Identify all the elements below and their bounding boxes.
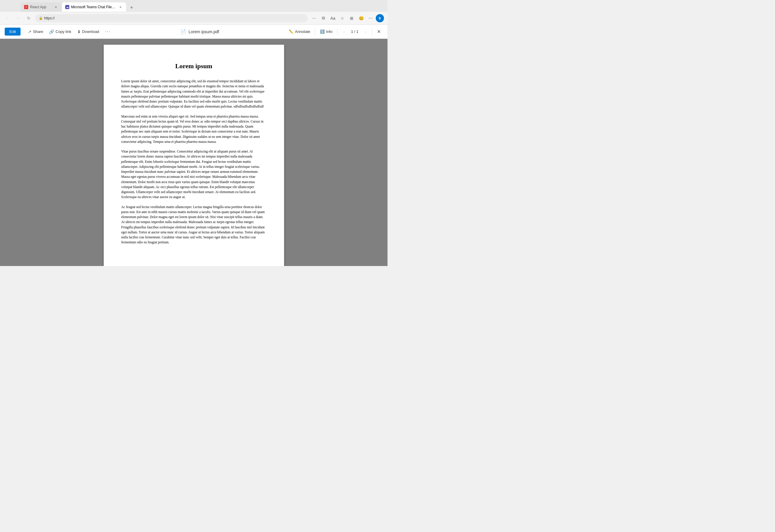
share-icon: ↗	[28, 29, 31, 34]
pdf-filename: Lorem ipsum.pdf	[189, 29, 219, 34]
pdf-toolbar-right: ✏️ Annotate ℹ️ Info ‹ 1 / 1 › ✕	[286, 28, 383, 36]
refresh-button[interactable]: ↻	[25, 14, 33, 22]
pdf-paragraph-2: Maecenas sed enim ut sem viverra aliquet…	[121, 114, 266, 145]
info-label: Info	[326, 29, 332, 34]
share-button[interactable]: ↗ Share	[26, 28, 46, 36]
info-button[interactable]: ℹ️ Info	[317, 28, 335, 36]
edit-button[interactable]: Edit	[5, 28, 21, 36]
info-icon: ℹ️	[320, 29, 324, 34]
close-viewer-button[interactable]: ✕	[374, 28, 383, 36]
pdf-title-area: 📄 Lorem ipsum.pdf	[114, 29, 285, 34]
pdf-paragraph-3: Vitae purus faucibus ornare suspendisse.…	[121, 149, 266, 200]
share-label: Share	[33, 29, 43, 34]
tab-react-label: React App	[30, 5, 52, 9]
copy-link-label: Copy link	[56, 29, 71, 34]
page-indicator: 1 / 1	[349, 29, 360, 34]
back-button[interactable]: ←	[4, 14, 12, 22]
browser-toolbar-right: ⋯ ⧉ Aa ☆ ⊞ 😊 ⋯ b	[310, 14, 384, 22]
annotate-icon: ✏️	[289, 29, 293, 34]
pdf-paragraph-4: Ac feugiat sed lectus vestibulum mattis …	[121, 204, 266, 245]
page-navigation: ‹ 1 / 1 ›	[340, 28, 369, 36]
divider-3	[337, 28, 337, 35]
tab-teams-label: Microsoft Teams Chat Files - C...	[71, 5, 116, 9]
tab-react[interactable]: ⚛ React App ✕	[21, 2, 62, 12]
pdf-paragraph-1: Lorem ipsum dolor sit amet, consectetur …	[121, 79, 266, 109]
tab-teams[interactable]: ☁ Microsoft Teams Chat Files - C... ✕	[62, 2, 126, 12]
download-icon: ⬇	[77, 29, 81, 34]
bing-button[interactable]: b	[376, 14, 384, 22]
add-tab-button[interactable]: +	[127, 4, 136, 12]
divider-1	[23, 28, 23, 35]
download-button[interactable]: ⬇ Download	[75, 28, 102, 36]
more-actions-button[interactable]: ···	[102, 27, 113, 36]
pdf-content-area: Lorem ipsum Lorem ipsum dolor sit amet, …	[0, 39, 388, 266]
annotate-label: Annotate	[295, 29, 310, 34]
prev-page-button[interactable]: ‹	[340, 28, 348, 36]
extensions-button[interactable]: ⋯	[310, 14, 318, 22]
pdf-file-icon: 📄	[180, 29, 186, 34]
copy-link-button[interactable]: 🔗 Copy link	[47, 28, 73, 36]
reader-mode-button[interactable]: Aa	[329, 14, 337, 22]
download-label: Download	[82, 29, 99, 34]
teams-favicon: ☁	[65, 5, 69, 9]
react-favicon: ⚛	[24, 5, 28, 9]
address-bar: ← → ↻ 🔒 https:// ⋯ ⧉ Aa ☆ ⊞ 😊 ⋯ b	[0, 12, 388, 25]
pdf-toolbar: Edit ↗ Share 🔗 Copy link ⬇ Download ··· …	[0, 25, 388, 39]
favorites-button[interactable]: ☆	[338, 14, 346, 22]
tab-bar: ⚛ React App ✕ ☁ Microsoft Teams Chat Fil…	[0, 0, 388, 12]
divider-2	[315, 28, 315, 35]
collections-button[interactable]: ⊞	[347, 14, 356, 22]
tab-teams-close[interactable]: ✕	[118, 5, 123, 9]
divider-4	[372, 28, 372, 35]
browser-frame: ⚛ React App ✕ ☁ Microsoft Teams Chat Fil…	[0, 0, 388, 266]
pdf-document-title: Lorem ipsum	[121, 62, 266, 70]
profile-button[interactable]: 😊	[357, 14, 365, 22]
pdf-page: Lorem ipsum Lorem ipsum dolor sit amet, …	[104, 45, 284, 266]
more-options-button[interactable]: ⋯	[366, 14, 374, 22]
split-screen-button[interactable]: ⧉	[319, 14, 327, 22]
next-page-button[interactable]: ›	[361, 28, 369, 36]
lock-icon: 🔒	[39, 16, 43, 20]
forward-button[interactable]: →	[14, 14, 22, 22]
address-input[interactable]: 🔒 https://	[35, 14, 307, 22]
link-icon: 🔗	[49, 29, 54, 34]
tab-react-close[interactable]: ✕	[53, 5, 58, 9]
annotate-button[interactable]: ✏️ Annotate	[286, 28, 312, 36]
address-text: https://	[44, 14, 55, 22]
